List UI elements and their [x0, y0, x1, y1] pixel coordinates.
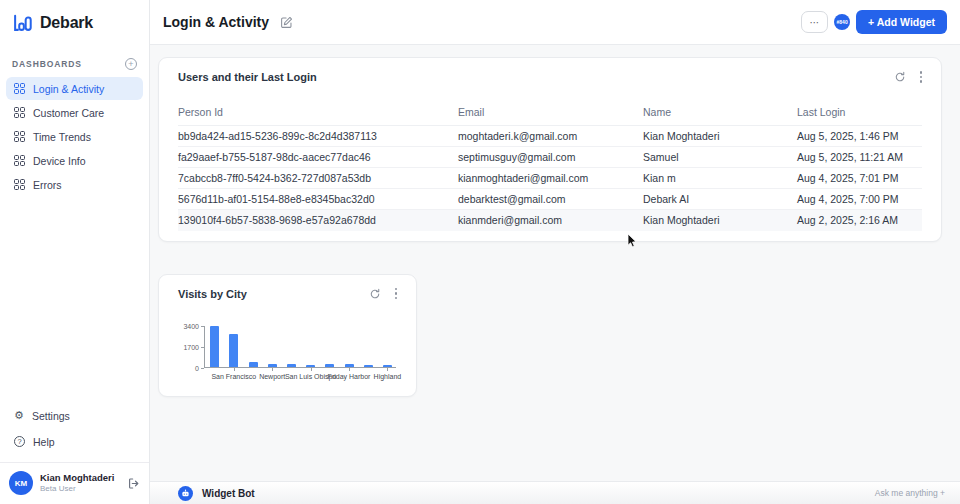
table-cell: kianmderi@gmail.com: [458, 210, 643, 231]
table-row[interactable]: bb9da424-ad15-5236-899c-8c2d4d387113mogh…: [178, 126, 922, 147]
logout-icon[interactable]: [127, 477, 140, 490]
table-cell: Kian m: [643, 168, 797, 189]
dashboards-section-header: DASHBOARDS +: [12, 58, 137, 70]
table-cell: Aug 4, 2025, 7:00 PM: [797, 189, 922, 210]
sidebar-item-errors[interactable]: Errors: [6, 173, 143, 196]
sidebar-item-help[interactable]: ? Help: [6, 430, 143, 453]
table-row[interactable]: fa29aaef-b755-5187-98dc-aacec77dac46sept…: [178, 147, 922, 168]
add-dashboard-icon[interactable]: +: [125, 58, 137, 70]
table-cell: 5676d11b-af01-5154-88e8-e8345bac32d0: [178, 189, 458, 210]
brand-name: Debark: [40, 14, 93, 32]
kebab-menu-icon[interactable]: [920, 71, 923, 83]
dashboards-label: DASHBOARDS: [12, 59, 82, 69]
more-options-button[interactable]: ⋯: [801, 11, 828, 33]
add-widget-button[interactable]: + Add Widget: [856, 10, 947, 34]
dashboard-grid-icon: [14, 83, 25, 94]
table-cell: 139010f4-6b57-5838-9698-e57a92a678dd: [178, 210, 458, 231]
page-title: Login & Activity: [163, 14, 269, 30]
table-cell: Aug 5, 2025, 11:21 AM: [797, 147, 922, 168]
help-label: Help: [33, 436, 55, 448]
chart-card-title: Visits by City: [178, 288, 247, 300]
sidebar-item-label: Errors: [33, 179, 62, 191]
sidebar-item-label: Login & Activity: [33, 83, 104, 95]
settings-label: Settings: [32, 410, 70, 422]
sidebar-item-login-activity[interactable]: Login & Activity: [6, 77, 143, 100]
brand-logo-row[interactable]: Debark: [0, 0, 149, 45]
chart-card-actions: [369, 288, 398, 300]
bar-chart: 017003400 San FranciscoNewportSan Luis O…: [178, 324, 397, 380]
bar[interactable]: [345, 364, 354, 366]
sidebar: Debark DASHBOARDS + Login & Activity Cus…: [0, 0, 150, 504]
brand-logo-icon: [11, 12, 33, 34]
column-header[interactable]: Email: [458, 100, 643, 126]
table-cell: bb9da424-ad15-5236-899c-8c2d4d387113: [178, 126, 458, 147]
refresh-icon[interactable]: [894, 71, 906, 83]
x-axis-label: San Francisco: [211, 373, 256, 380]
table-row[interactable]: 7cabccb8-7ff0-5424-b362-727d087a53dbkian…: [178, 168, 922, 189]
top-bar: Login & Activity ⋯ #840 + Add Widget: [150, 0, 960, 45]
y-axis-label: 1700: [183, 343, 199, 350]
x-axis-label: Highland: [374, 373, 402, 380]
table-cell: debarktest@gmail.com: [458, 189, 643, 210]
sidebar-item-settings[interactable]: ⚙ Settings: [6, 404, 143, 427]
sidebar-item-label: Time Trends: [33, 131, 91, 143]
bar[interactable]: [364, 365, 373, 367]
dashboard-grid-icon: [14, 131, 25, 142]
table-cell: septimusguy@gmail.com: [458, 147, 643, 168]
y-axis-label: 0: [195, 364, 199, 371]
bar[interactable]: [383, 365, 392, 367]
bar[interactable]: [229, 334, 238, 366]
table-cell: Aug 4, 2025, 7:01 PM: [797, 168, 922, 189]
user-name: Kian Moghtaderi: [40, 472, 120, 484]
count-badge[interactable]: #840: [834, 14, 850, 30]
kebab-menu-icon[interactable]: [395, 288, 398, 300]
table-cell: fa29aaef-b755-5187-98dc-aacec77dac46: [178, 147, 458, 168]
bar[interactable]: [306, 365, 315, 367]
users-table: Person Id Email Name Last Login bb9da424…: [178, 100, 922, 231]
x-axis-tick: [387, 368, 388, 371]
column-header[interactable]: Last Login: [797, 100, 922, 126]
users-card-header: Users and their Last Login: [178, 71, 922, 83]
visits-by-city-card: Visits by City 017003400 San FranciscoNe…: [158, 274, 417, 397]
table-row[interactable]: 139010f4-6b57-5838-9698-e57a92a678ddkian…: [178, 210, 922, 231]
y-axis-label: 3400: [183, 322, 199, 329]
help-icon: ?: [14, 436, 25, 447]
table-cell: 7cabccb8-7ff0-5424-b362-727d087a53db: [178, 168, 458, 189]
edit-title-icon[interactable]: [280, 16, 293, 29]
sidebar-spacer: [0, 197, 149, 404]
chart-card-header: Visits by City: [178, 288, 397, 300]
sidebar-item-time-trends[interactable]: Time Trends: [6, 125, 143, 148]
x-axis-label: Friday Harbor: [328, 373, 371, 380]
column-header[interactable]: Name: [643, 100, 797, 126]
bar[interactable]: [268, 364, 277, 366]
x-axis-tick: [311, 368, 312, 371]
users-card-actions: [894, 71, 923, 83]
sidebar-item-label: Customer Care: [33, 107, 104, 119]
user-profile-row[interactable]: KM Kian Moghtaderi Beta User: [0, 462, 149, 504]
table-cell: kianmoghtaderi@gmail.com: [458, 168, 643, 189]
widget-bot-bar[interactable]: Widget Bot Ask me anything +: [150, 481, 960, 504]
bar[interactable]: [287, 364, 296, 366]
users-table-body: bb9da424-ad15-5236-899c-8c2d4d387113mogh…: [178, 126, 922, 231]
x-axis-tick: [234, 368, 235, 371]
ask-me-anything-prompt[interactable]: Ask me anything +: [875, 488, 945, 498]
refresh-icon[interactable]: [369, 288, 381, 300]
avatar: KM: [9, 471, 33, 495]
sidebar-item-device-info[interactable]: Device Info: [6, 149, 143, 172]
gear-icon: ⚙: [14, 410, 24, 421]
table-cell: Kian Moghtaderi: [643, 210, 797, 231]
sidebar-item-customer-care[interactable]: Customer Care: [6, 101, 143, 124]
user-role: Beta User: [40, 484, 120, 494]
bar[interactable]: [210, 326, 219, 366]
sidebar-bottom-nav: ⚙ Settings ? Help: [0, 404, 149, 462]
app-window: { "brand": { "name": "Debark" }, "sideba…: [0, 0, 960, 504]
table-cell: Samuel: [643, 147, 797, 168]
dashboard-content: Users and their Last Login Person Id: [150, 45, 960, 504]
bar[interactable]: [249, 362, 258, 367]
table-cell: Kian Moghtaderi: [643, 126, 797, 147]
bar[interactable]: [325, 364, 334, 366]
column-header[interactable]: Person Id: [178, 100, 458, 126]
users-table-head: Person Id Email Name Last Login: [178, 100, 922, 126]
chart-y-axis: 017003400: [178, 324, 204, 380]
table-row[interactable]: 5676d11b-af01-5154-88e8-e8345bac32d0deba…: [178, 189, 922, 210]
